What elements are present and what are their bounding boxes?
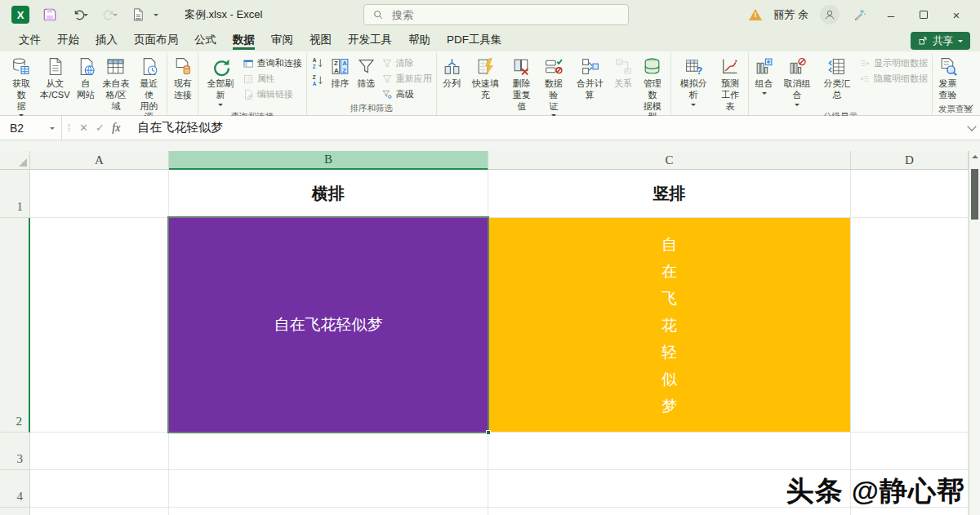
hide-detail-button[interactable]: 隐藏明细数据 (858, 72, 929, 86)
search-input[interactable] (390, 8, 603, 22)
manage-data-model-button[interactable]: 管理数 据模型 (637, 54, 668, 124)
sort-button[interactable]: 排序 (327, 54, 353, 91)
clear-button[interactable]: 清除 (380, 56, 434, 70)
tab-data[interactable]: 数据 (225, 29, 262, 51)
column-header-d[interactable]: D (851, 151, 969, 170)
cell-d2[interactable] (851, 218, 969, 433)
from-text-csv-button[interactable]: 从文 本/CSV (38, 54, 73, 102)
cell-b5-partial[interactable] (169, 508, 488, 515)
group-button[interactable]: 组合 (751, 54, 777, 98)
inking-button[interactable] (851, 6, 869, 24)
restore-button[interactable] (913, 4, 934, 25)
scroll-up-button[interactable] (969, 151, 980, 162)
cell-a4[interactable] (30, 470, 169, 508)
recent-sources-button[interactable]: 最近使 用的源 (133, 54, 164, 124)
column-header-b[interactable]: B (169, 151, 488, 170)
cell-b4[interactable] (169, 470, 488, 508)
cell-a2[interactable] (30, 218, 169, 433)
subtotal-button[interactable]: 分类汇总 (817, 54, 857, 102)
tab-view[interactable]: 视图 (302, 29, 339, 51)
cell-b2[interactable]: 自在飞花轻似梦 (169, 218, 488, 433)
group-outline: 组合 取消组合 分类汇总 显示明细数据 隐藏明细数据 分级显示 (749, 53, 933, 115)
column-header-c[interactable]: C (488, 151, 851, 170)
cell-b1[interactable]: 横排 (169, 170, 488, 218)
cell-c2[interactable]: 自在飞花轻似梦 (488, 218, 851, 433)
share-button[interactable]: 共享 (911, 32, 970, 50)
warning-icon[interactable] (749, 9, 762, 20)
excel-logo-icon: X (11, 6, 29, 24)
ungroup-button[interactable]: 取消组合 (777, 54, 817, 109)
invoice-check-button[interactable]: 发票 查验 (935, 54, 960, 102)
row-header-4[interactable]: 4 (0, 470, 30, 508)
formula-bar: B2 ⁞ ✕ ✓ fx 自在飞花轻似梦 (0, 116, 980, 140)
name-box[interactable]: B2 (0, 116, 62, 140)
row-header-1[interactable]: 1 (0, 170, 30, 218)
tab-file[interactable]: 文件 (11, 29, 48, 51)
properties-button[interactable]: 属性 (241, 72, 304, 86)
get-data-button[interactable]: 获取数 据 (6, 54, 37, 120)
print-preview-button[interactable] (129, 6, 147, 24)
tab-developer[interactable]: 开发工具 (341, 29, 399, 51)
tab-help[interactable]: 帮助 (401, 29, 438, 51)
cell-a5-partial[interactable] (30, 508, 169, 515)
tab-page-layout[interactable]: 页面布局 (127, 29, 185, 51)
reapply-button[interactable]: 重新应用 (380, 72, 434, 86)
cell-a1[interactable] (30, 170, 169, 218)
forecast-sheet-button[interactable]: 预测 工作表 (715, 54, 746, 113)
row-header-5-partial[interactable] (0, 508, 30, 515)
consolidate-button[interactable]: 合并计算 (570, 54, 610, 102)
fill-handle[interactable] (486, 430, 491, 435)
filter-button[interactable]: 筛选 (354, 54, 379, 91)
cell-d1[interactable] (851, 170, 969, 218)
data-validation-button[interactable]: 数据验 证 (538, 54, 569, 120)
insert-function-icon[interactable]: fx (108, 122, 124, 135)
enter-icon[interactable]: ✓ (91, 122, 108, 134)
sort-desc-button[interactable] (310, 73, 327, 87)
what-if-analysis-button[interactable]: 模拟分析 (674, 54, 714, 109)
save-button[interactable] (41, 6, 59, 24)
sort-asc-button[interactable] (310, 56, 327, 70)
tab-insert[interactable]: 插入 (88, 29, 125, 51)
tab-pdf-tools[interactable]: PDF工具集 (439, 29, 510, 51)
formula-bar-grip-icon[interactable]: ⁞ (62, 122, 75, 134)
existing-connections-button[interactable]: 现有 连接 (170, 54, 195, 102)
from-table-range-button[interactable]: 来自表 格/区域 (100, 54, 133, 113)
row-header-2[interactable]: 2 (0, 218, 30, 433)
tab-home[interactable]: 开始 (50, 29, 87, 51)
remove-duplicates-button[interactable]: 删除 重复值 (506, 54, 537, 113)
queries-connections-button[interactable]: 查询和连接 (241, 56, 304, 70)
column-header-a[interactable]: A (30, 151, 169, 170)
cell-a3[interactable] (30, 433, 169, 470)
group-data-tools: 分列 快速填充 删除 重复值 数据验 证 合并计算 关系 管理数 据模型 数据工… (437, 53, 671, 115)
from-web-button[interactable]: 自 网站 (74, 54, 99, 102)
row-header-3[interactable]: 3 (0, 433, 30, 470)
cell-c1[interactable]: 竖排 (488, 170, 851, 218)
cancel-icon[interactable]: ✕ (75, 122, 91, 134)
title-bar: X 案例.xlsx - Excel 丽芳 余 – × (0, 0, 980, 29)
avatar[interactable] (820, 5, 840, 24)
cell-c3[interactable] (488, 433, 851, 470)
undo-dropdown-caret-icon[interactable] (83, 14, 88, 19)
formula-input[interactable]: 自在飞花轻似梦 (124, 120, 223, 135)
vertical-scrollbar[interactable] (969, 151, 980, 515)
expand-formula-bar-icon[interactable] (967, 122, 976, 131)
refresh-all-button[interactable]: 全部刷新 (201, 54, 240, 109)
flash-fill-button[interactable]: 快速填充 (466, 54, 506, 102)
user-name[interactable]: 丽芳 余 (773, 7, 808, 22)
select-all-corner[interactable] (0, 151, 30, 170)
tab-review[interactable]: 审阅 (264, 29, 301, 51)
cell-d3[interactable] (851, 433, 969, 470)
text-to-columns-button[interactable]: 分列 (439, 54, 465, 91)
redo-dropdown-caret-icon[interactable] (113, 14, 118, 19)
show-detail-button[interactable]: 显示明细数据 (858, 56, 929, 70)
search-box[interactable] (363, 4, 629, 25)
edit-links-button[interactable]: 编辑链接 (241, 87, 304, 101)
scroll-thumb[interactable] (971, 169, 978, 220)
advanced-button[interactable]: 高级 (380, 87, 434, 101)
relationships-button[interactable]: 关系 (611, 54, 636, 91)
quick-access-customize-caret-icon[interactable] (154, 14, 158, 19)
cell-b3[interactable] (169, 433, 488, 470)
close-button[interactable]: × (946, 4, 967, 25)
tab-formulas[interactable]: 公式 (187, 29, 224, 51)
minimize-button[interactable]: – (880, 4, 902, 25)
